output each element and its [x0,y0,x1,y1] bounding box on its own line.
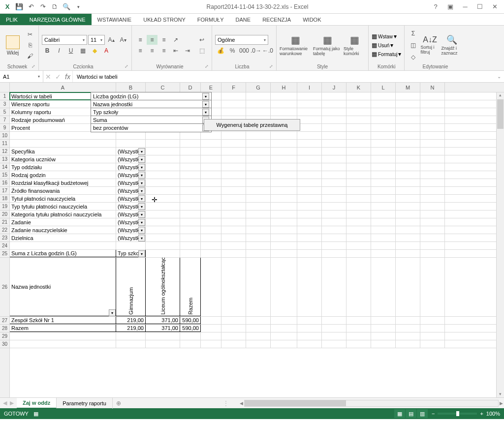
cell-G23[interactable] [246,234,271,241]
cell-D24[interactable] [180,242,201,249]
cell-F27[interactable] [221,317,246,324]
row-header-20[interactable]: 20 [0,210,9,218]
cell-A13[interactable]: Kategoria uczniów [10,155,116,163]
cell-L17[interactable] [371,187,396,194]
select-all-corner[interactable] [0,83,10,92]
cell-A22[interactable]: Zadanie nauczycielskie [10,226,116,234]
cell-M9[interactable] [396,124,420,131]
cell-F10[interactable] [221,132,246,139]
comma-icon[interactable]: 000 [239,46,250,56]
cell-F28[interactable] [221,325,246,332]
cell-I14[interactable] [297,163,322,171]
zoom-slider[interactable] [438,413,477,415]
cell-N17[interactable] [420,187,445,194]
font-name-combo[interactable]: Calibri▾ [42,35,87,45]
cell-J18[interactable] [322,195,346,202]
row-header-7[interactable]: 7 [0,116,9,124]
filter-button-nazwa-jednostki[interactable]: ▾ [109,309,116,316]
cell-D18[interactable] [180,195,201,202]
cell-K26[interactable] [346,258,371,316]
cell-G30[interactable] [246,340,271,348]
cell-D29[interactable] [180,332,201,340]
cell-A14[interactable]: Typ oddziału [10,163,116,171]
col-header-N[interactable]: N [420,83,445,92]
name-box[interactable]: A1▾ [0,71,43,82]
cell-G28[interactable] [246,325,271,332]
cell-E10[interactable] [201,132,221,139]
cell-K23[interactable] [346,234,371,241]
cell-F30[interactable] [221,340,246,348]
cell-D28[interactable]: 590,00 [180,325,201,332]
cell-E30[interactable] [201,340,221,348]
cell-J1[interactable] [322,92,346,100]
col-header-K[interactable]: K [346,83,371,92]
cell-N20[interactable] [420,210,445,218]
cell-L28[interactable] [371,325,396,332]
cell-M23[interactable] [396,234,420,241]
sheet-tab-active[interactable]: Zaj w oddz [17,398,57,409]
cell-I7[interactable] [297,116,322,123]
cell-E18[interactable] [201,195,221,202]
cell-K19[interactable] [346,203,371,210]
align-top-icon[interactable]: ≡ [135,35,146,45]
view-normal-icon[interactable]: ▦ [394,409,405,418]
tab-insert[interactable]: WSTAWIANIE [92,14,138,25]
cell-G14[interactable] [246,163,271,171]
col-header-C[interactable]: C [146,83,180,92]
col-header-I[interactable]: I [297,83,322,92]
cell-F14[interactable] [221,163,246,171]
cell-A17[interactable]: Źródło finansowania [10,187,116,194]
cell-A10[interactable] [10,132,116,139]
cell-C23[interactable] [146,234,180,241]
cell-N19[interactable] [420,203,445,210]
cell-C17[interactable] [146,187,180,194]
cell-A23[interactable]: Dzielnica [10,234,116,241]
cell-F11[interactable] [221,140,246,147]
cell-I3[interactable] [297,100,322,108]
cell-C26[interactable]: Liceum ogólnokształcące na podbudowie gi… [146,258,180,316]
cell-E17[interactable] [201,187,221,194]
cell-K13[interactable] [346,155,371,163]
sheet-nav-prev-icon[interactable]: ◀ [3,400,7,406]
row-header-9[interactable]: 9 [0,124,9,132]
cell-E29[interactable] [201,332,221,340]
format-painter-icon[interactable]: 🖌 [25,51,35,61]
cell-H16[interactable] [271,179,297,186]
cell-I21[interactable] [297,218,322,226]
cell-N18[interactable] [420,195,445,202]
cell-N25[interactable] [420,250,445,257]
filter-button-row-22[interactable]: ▾ [138,227,145,234]
col-header-A[interactable]: A [10,83,116,92]
cell-M19[interactable] [396,203,420,210]
cell-F23[interactable] [221,234,246,241]
cell-C21[interactable] [146,218,180,226]
cell-C15[interactable] [146,171,180,179]
row-header-19[interactable]: 19 [0,203,9,210]
cell-J23[interactable] [322,234,346,241]
cell-F22[interactable] [221,226,246,234]
cell-I23[interactable] [297,234,322,241]
cell-H17[interactable] [271,187,297,194]
cell-A25[interactable]: Suma z Liczba godzin (LG) [10,250,116,257]
cell-D12[interactable] [180,148,201,155]
cell-E13[interactable] [201,155,221,163]
cell-M5[interactable] [396,108,420,116]
col-header-H[interactable]: H [271,83,297,92]
cell-I17[interactable] [297,187,322,194]
cell-F25[interactable] [221,250,246,257]
cell-I1[interactable] [297,92,322,100]
copy-icon[interactable]: ⎘ [25,40,35,50]
cell-F18[interactable] [221,195,246,202]
cell-J7[interactable] [322,116,346,123]
filter-button-row-23[interactable]: ▾ [138,235,145,241]
col-header-J[interactable]: J [322,83,346,92]
cell-I22[interactable] [297,226,322,234]
chevron-down-icon[interactable]: ▾ [202,101,209,108]
cell-F3[interactable] [221,100,246,108]
cells-container[interactable]: Wartości w tabeliWiersze raportuKolumny … [10,92,496,397]
cell-K27[interactable] [346,317,371,324]
view-layout-icon[interactable]: ▤ [406,409,416,418]
maximize-icon[interactable]: ☐ [473,2,486,12]
orientation-icon[interactable]: ↗ [170,35,181,45]
cell-H12[interactable] [271,148,297,155]
